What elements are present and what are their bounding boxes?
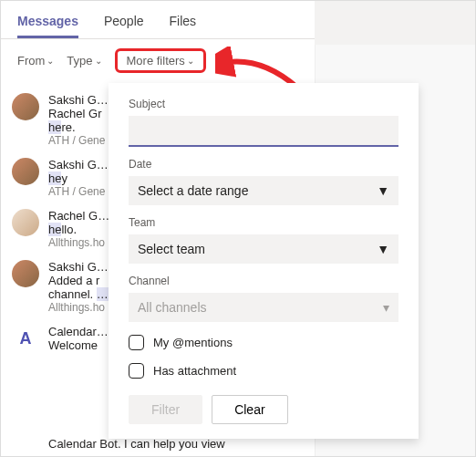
more-filters-panel: Subject Date Select a date range ▼ Team … [109,83,419,439]
filter-type[interactable]: Type ⌄ [67,54,101,68]
attachment-label: Has attachment [153,364,236,378]
message-preview: hey [48,171,110,185]
sender-name: Sakshi Garg [48,260,110,274]
tab-files[interactable]: Files [170,10,197,38]
channel-path: Allthings.ho [48,236,110,249]
list-item[interactable]: A Calendar BO Welcome [12,319,110,358]
sender-name: Sakshi Garg [48,158,110,171]
list-item[interactable]: Sakshi Garg Added a r channel. He Allthi… [12,254,110,319]
channel-select-value: All channels [138,300,207,315]
filter-more-label: More filters [127,54,185,68]
message-preview: Rachel Gr [48,107,110,120]
message-preview: hello. [48,223,110,236]
filter-more[interactable]: More filters ⌄ [115,48,206,73]
avatar [12,93,39,120]
filter-from[interactable]: From ⌄ [17,54,54,68]
mentions-checkbox-row[interactable]: My @mentions [129,335,398,350]
list-item[interactable]: Sakshi Garg Rachel Gr here. ATH / Gene [12,88,110,152]
team-label: Team [129,216,398,229]
avatar [12,158,39,185]
caret-down-icon: ▾ [383,300,389,315]
mentions-label: My @mentions [153,336,233,349]
channel-path: ATH / Gene [48,185,110,198]
chevron-down-icon: ⌄ [47,56,54,66]
filter-from-label: From [17,54,45,68]
team-select-value: Select team [138,242,205,256]
message-preview: Welcome [48,338,110,352]
tab-messages[interactable]: Messages [17,10,78,38]
message-preview: channel. He [48,287,110,301]
sender-name: Sakshi Garg [48,93,110,107]
avatar [12,260,39,287]
avatar [12,209,39,236]
chevron-down-icon: ⌄ [187,56,194,66]
clear-button[interactable]: Clear [212,395,287,424]
list-item[interactable]: Sakshi Garg hey ATH / Gene [12,152,110,203]
filter-button: Filter [129,395,202,424]
sender-name: Calendar BO [48,325,110,338]
channel-select: All channels ▾ [129,293,398,322]
overflow-preview-line: Calendar Bot. I can help you view [48,437,225,451]
panel-buttons: Filter Clear [129,395,398,424]
channel-label: Channel [129,275,398,287]
date-select[interactable]: Select a date range ▼ [129,176,398,205]
results-list: Sakshi Garg Rachel Gr here. ATH / Gene S… [1,88,119,358]
message-preview: Added a r [48,274,110,287]
team-select[interactable]: Select team ▼ [129,234,398,264]
message-preview: here. [48,120,110,134]
header-gray-strip [315,1,475,45]
subject-input[interactable] [129,116,398,147]
checkbox-icon[interactable] [129,335,144,350]
tab-people[interactable]: People [104,10,144,38]
chevron-down-icon: ⌄ [95,56,102,66]
sender-name: Rachel Gree [48,209,110,223]
date-label: Date [129,158,398,171]
subject-label: Subject [129,98,398,110]
checkbox-icon[interactable] [129,363,144,379]
channel-path: Allthings.ho [48,301,110,314]
bot-icon: A [12,325,39,352]
filter-type-label: Type [67,54,92,68]
caret-down-icon: ▼ [377,242,389,256]
caret-down-icon: ▼ [377,183,389,198]
list-item[interactable]: Rachel Gree hello. Allthings.ho [12,203,110,254]
channel-path: ATH / Gene [48,134,110,147]
date-select-value: Select a date range [138,183,248,198]
attachment-checkbox-row[interactable]: Has attachment [129,363,398,379]
